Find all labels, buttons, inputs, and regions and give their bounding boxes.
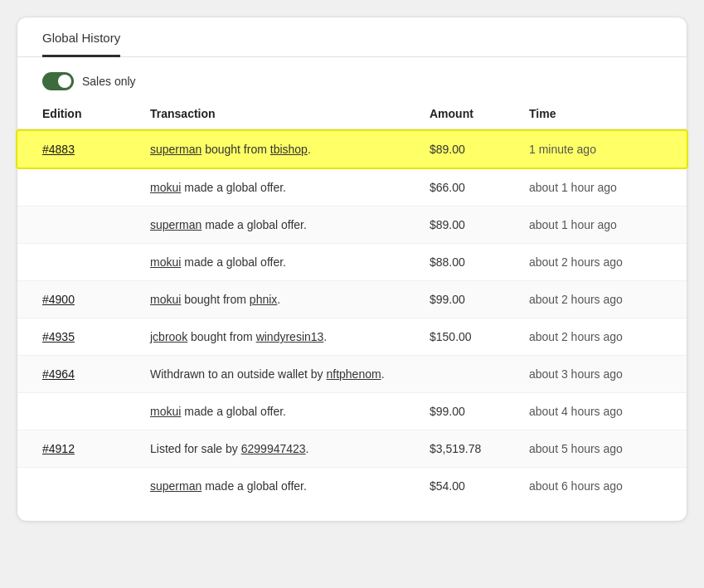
user-link[interactable]: superman	[150, 143, 201, 156]
table-row: mokui made a global offer.$66.00about 1 …	[17, 169, 687, 207]
time-cell: about 2 hours ago	[529, 293, 662, 306]
transaction-cell: jcbrook bought from windyresin13.	[150, 330, 430, 343]
amount-cell: $3,519.78	[430, 442, 529, 455]
user-link[interactable]: mokui	[150, 293, 181, 306]
table-row: #4883superman bought from tbishop.$89.00…	[16, 129, 688, 169]
amount-cell: $66.00	[430, 181, 529, 194]
tab-bar: Global History	[17, 17, 687, 57]
user-link[interactable]: phnix	[250, 293, 277, 306]
amount-cell: $99.00	[430, 405, 529, 418]
toggle-knob	[58, 75, 71, 88]
amount-cell: $88.00	[430, 255, 529, 269]
transaction-cell: superman made a global offer.	[150, 218, 430, 231]
tab-global-history[interactable]: Global History	[42, 17, 120, 57]
table-body: #4883superman bought from tbishop.$89.00…	[17, 129, 687, 504]
header-transaction: Transaction	[150, 107, 430, 120]
transaction-cell: superman bought from tbishop.	[150, 143, 430, 156]
user-link[interactable]: mokui	[150, 405, 181, 418]
transaction-cell: superman made a global offer.	[150, 479, 430, 493]
transaction-cell: mokui made a global offer.	[150, 255, 430, 269]
edition-cell: #4900	[42, 293, 150, 306]
time-cell: about 2 hours ago	[529, 255, 662, 269]
amount-cell: $150.00	[430, 330, 529, 343]
edition-cell: #4883	[42, 143, 150, 156]
user-link[interactable]: 6299947423	[241, 442, 306, 455]
table-row: #4964Withdrawn to an outside wallet by n…	[17, 356, 687, 393]
user-link[interactable]: jcbrook	[150, 330, 187, 343]
user-link[interactable]: nftphenom	[326, 367, 381, 381]
edition-cell: #4912	[42, 442, 150, 455]
transaction-cell: mokui bought from phnix.	[150, 293, 430, 306]
table-row: #4900mokui bought from phnix.$99.00about…	[17, 281, 687, 318]
edition-link[interactable]: #4964	[42, 367, 75, 381]
edition-link[interactable]: #4935	[42, 330, 75, 343]
header-edition: Edition	[42, 107, 150, 120]
time-cell: about 5 hours ago	[529, 442, 662, 455]
table-row: #4935jcbrook bought from windyresin13.$1…	[17, 318, 687, 356]
table-row: mokui made a global offer.$99.00about 4 …	[17, 393, 687, 430]
time-cell: about 6 hours ago	[529, 479, 662, 493]
edition-link[interactable]: #4912	[42, 442, 75, 455]
transaction-cell: Listed for sale by 6299947423.	[150, 442, 430, 455]
time-cell: about 3 hours ago	[529, 367, 662, 381]
edition-link[interactable]: #4900	[42, 293, 75, 306]
edition-link[interactable]: #4883	[42, 143, 75, 156]
transaction-cell: mokui made a global offer.	[150, 405, 430, 418]
time-cell: about 2 hours ago	[529, 330, 662, 343]
user-link[interactable]: mokui	[150, 181, 181, 194]
table-row: superman made a global offer.$89.00about…	[17, 207, 687, 244]
user-link[interactable]: superman	[150, 479, 201, 493]
controls: Sales only	[17, 57, 687, 99]
table-row: #4912Listed for sale by 6299947423.$3,51…	[17, 430, 687, 468]
user-link[interactable]: superman	[150, 218, 201, 231]
edition-cell: #4935	[42, 330, 150, 343]
user-link[interactable]: tbishop	[270, 143, 308, 156]
header-amount: Amount	[430, 107, 529, 120]
user-link[interactable]: mokui	[150, 255, 181, 269]
amount-cell: $99.00	[430, 293, 529, 306]
time-cell: about 1 hour ago	[529, 218, 662, 231]
time-cell: 1 minute ago	[529, 143, 662, 156]
table-row: superman made a global offer.$54.00about…	[17, 468, 687, 504]
sales-only-label: Sales only	[82, 75, 136, 88]
amount-cell: $89.00	[430, 143, 529, 156]
user-link[interactable]: windyresin13	[256, 330, 324, 343]
time-cell: about 1 hour ago	[529, 181, 662, 194]
table-row: mokui made a global offer.$88.00about 2 …	[17, 244, 687, 281]
amount-cell: $89.00	[430, 218, 529, 231]
sales-only-toggle[interactable]	[42, 72, 74, 90]
table-header: Edition Transaction Amount Time	[17, 99, 687, 129]
transaction-cell: Withdrawn to an outside wallet by nftphe…	[150, 367, 430, 381]
transaction-cell: mokui made a global offer.	[150, 181, 430, 194]
edition-cell: #4964	[42, 367, 150, 381]
amount-cell: $54.00	[430, 479, 529, 493]
header-time: Time	[529, 107, 662, 120]
time-cell: about 4 hours ago	[529, 405, 662, 418]
card: Global History Sales only Edition Transa…	[17, 17, 687, 522]
